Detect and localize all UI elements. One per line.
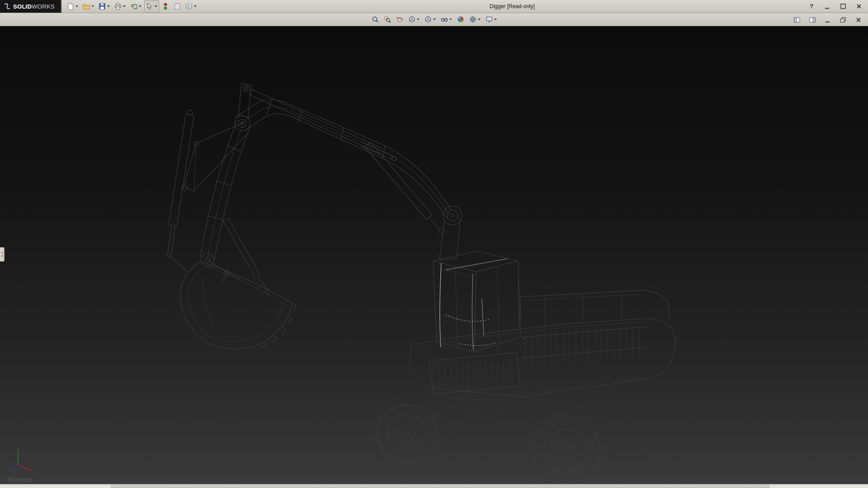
dropdown-caret-icon[interactable]	[449, 19, 452, 20]
print-button[interactable]	[113, 0, 127, 12]
minimize-icon	[824, 3, 831, 10]
help-glyph: ?	[810, 3, 813, 10]
view-orientation-icon	[408, 16, 415, 23]
select-tool-icon	[146, 3, 153, 10]
dropdown-caret-icon[interactable]	[139, 5, 142, 7]
document-window-controls	[790, 14, 865, 25]
document-minimize-icon	[824, 16, 831, 23]
zoom-to-area-icon	[384, 16, 391, 23]
apply-scene-icon	[469, 16, 476, 23]
title-bar: SOLIDWORKS Digger [Read-only] ?	[0, 0, 868, 13]
close-button[interactable]	[852, 1, 866, 12]
pane-right-button[interactable]	[806, 14, 819, 25]
solidworks-wordmark: SOLIDWORKS	[13, 3, 55, 10]
edit-appearance-button[interactable]	[455, 14, 466, 25]
view-heads-up-toolbar	[370, 14, 499, 25]
pane-left-icon	[793, 16, 801, 23]
hide-show-items-button[interactable]	[439, 14, 454, 25]
dropdown-caret-icon[interactable]	[107, 5, 110, 7]
print-icon	[114, 3, 122, 10]
section-view-button[interactable]	[394, 14, 405, 25]
options-icon	[185, 3, 193, 10]
view-settings-button[interactable]	[484, 14, 499, 25]
maximize-icon	[840, 3, 847, 10]
collapse-arrow-icon: ◂	[1, 254, 3, 258]
window-controls: ?	[804, 1, 866, 12]
view-orientation-label: *Dimetric	[7, 476, 33, 483]
dropdown-caret-icon[interactable]	[478, 19, 481, 20]
dropdown-caret-icon[interactable]	[123, 5, 126, 7]
graphics-viewport[interactable]: *Dimetric ◂ ◂	[0, 26, 868, 484]
save-icon	[99, 3, 106, 10]
new-document-button[interactable]	[65, 0, 80, 12]
maximize-button[interactable]	[836, 1, 850, 12]
collapse-arrow-icon: ◂	[1, 251, 3, 254]
dropdown-caret-icon[interactable]	[75, 5, 78, 7]
dropdown-caret-icon[interactable]	[494, 19, 497, 20]
apply-scene-button[interactable]	[467, 14, 482, 25]
save-button[interactable]	[97, 0, 112, 12]
solidworks-window: SOLIDWORKS Digger [Read-only] ?	[0, 0, 868, 488]
minimize-button[interactable]	[820, 1, 835, 12]
help-button[interactable]: ?	[804, 1, 819, 12]
document-restore-icon	[840, 16, 847, 23]
open-document-icon	[83, 3, 90, 10]
quick-access-toolbar	[65, 0, 198, 12]
close-icon	[855, 3, 863, 10]
undo-button[interactable]	[128, 0, 143, 12]
edit-appearance-icon	[457, 16, 464, 23]
file-properties-icon	[174, 3, 181, 10]
file-properties-button[interactable]	[172, 0, 183, 12]
pane-left-button[interactable]	[790, 14, 804, 25]
window-title: Digger [Read-only]	[490, 3, 535, 9]
open-document-button[interactable]	[81, 0, 96, 12]
document-close-button[interactable]	[852, 14, 865, 25]
view-settings-icon	[486, 16, 493, 23]
dropdown-caret-icon[interactable]	[194, 5, 197, 7]
horizontal-scrollbar[interactable]	[111, 485, 769, 488]
dropdown-caret-icon[interactable]	[417, 19, 420, 20]
view-orientation-button[interactable]	[406, 14, 421, 25]
excavator-wireframe-model[interactable]	[167, 83, 675, 484]
solidworks-logo: SOLIDWORKS	[0, 0, 61, 13]
rebuild-icon	[162, 3, 169, 10]
hide-show-items-icon	[441, 16, 448, 23]
section-view-icon	[396, 16, 403, 23]
status-strip	[0, 484, 868, 488]
zoom-to-area-button[interactable]	[382, 14, 393, 25]
dropdown-caret-icon[interactable]	[433, 19, 436, 20]
document-restore-button[interactable]	[836, 14, 850, 25]
document-minimize-button[interactable]	[821, 14, 835, 25]
scene-canvas	[0, 26, 868, 484]
options-button[interactable]	[184, 0, 198, 12]
panel-collapse-tab[interactable]: ◂ ◂	[0, 247, 5, 262]
dropdown-caret-icon[interactable]	[155, 5, 157, 7]
dassault-systemes-logo-icon	[4, 3, 11, 10]
heads-up-bar	[0, 13, 868, 26]
new-document-icon	[67, 3, 74, 10]
zoom-to-fit-button[interactable]	[370, 14, 381, 25]
orientation-triad[interactable]	[12, 449, 32, 473]
display-style-button[interactable]	[423, 14, 438, 25]
select-tool-button[interactable]	[144, 0, 159, 12]
pane-right-icon	[809, 16, 816, 23]
undo-icon	[130, 3, 137, 10]
display-style-icon	[425, 16, 432, 23]
zoom-to-fit-icon	[372, 16, 379, 23]
rebuild-button[interactable]	[160, 0, 171, 12]
dropdown-caret-icon[interactable]	[91, 5, 94, 7]
document-close-icon	[855, 16, 862, 23]
